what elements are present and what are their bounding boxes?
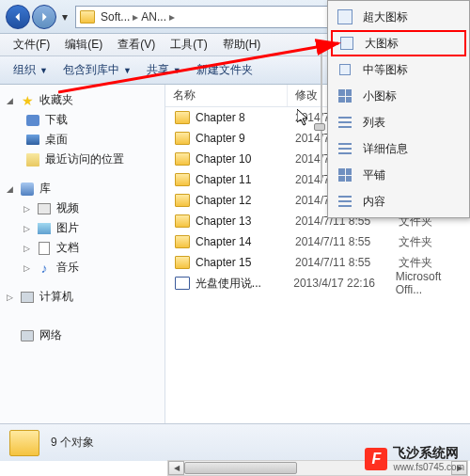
library-icon [21, 182, 34, 196]
document-icon [39, 242, 50, 255]
music-icon: ♪ [37, 261, 52, 276]
file-name: Chapter 9 [196, 132, 295, 145]
collapse-icon[interactable]: ◢ [4, 95, 15, 106]
watermark-logo: F [365, 448, 387, 470]
column-name[interactable]: 名称 [165, 85, 288, 106]
expand-icon[interactable] [4, 330, 15, 341]
view-content[interactable]: 内容 [331, 188, 466, 214]
sidebar-item-recent[interactable]: 最近访问的位置 [0, 150, 164, 169]
file-name: 光盘使用说... [196, 276, 293, 292]
menu-file[interactable]: 文件(F) [6, 35, 57, 55]
file-date: 2014/7/11 8:55 [295, 256, 399, 269]
file-name: Chapter 12 [196, 194, 295, 207]
folder-icon [175, 214, 190, 228]
folder-icon [175, 111, 190, 124]
expand-icon[interactable]: ▷ [21, 203, 32, 214]
forward-button[interactable] [32, 5, 56, 29]
sidebar-item-videos[interactable]: ▷ 视频 [0, 198, 164, 218]
sidebar-item-downloads[interactable]: 下载 [0, 110, 164, 130]
word-icon [175, 277, 190, 290]
slider-thumb[interactable] [314, 123, 325, 131]
address-segment[interactable]: Soft... [99, 10, 132, 24]
list-icon [338, 117, 352, 128]
file-name: Chapter 8 [196, 111, 295, 124]
menu-view[interactable]: 查看(V) [110, 35, 163, 55]
network-icon [21, 330, 34, 341]
tiles-icon [338, 168, 352, 182]
watermark-title: 飞沙系统网 [393, 445, 464, 462]
sidebar-item-pictures[interactable]: ▷ 图片 [0, 218, 164, 238]
folder-icon [175, 173, 190, 186]
watermark-url: www.fs0745.com [393, 462, 464, 472]
view-size-slider[interactable] [317, 48, 326, 180]
scroll-thumb[interactable] [184, 462, 297, 474]
view-small[interactable]: 小图标 [331, 83, 466, 109]
sidebar-network[interactable]: 网络 [0, 325, 164, 345]
video-icon [38, 203, 51, 214]
organize-button[interactable]: 组织▼ [6, 59, 55, 81]
file-name: Chapter 15 [196, 256, 295, 269]
share-button[interactable]: 共享▼ [139, 59, 189, 81]
desktop-icon [26, 135, 39, 145]
small-icon [338, 89, 352, 103]
folder-icon [80, 10, 95, 24]
include-button[interactable]: 包含到库中▼ [55, 59, 139, 81]
expand-icon[interactable]: ▷ [4, 292, 15, 303]
star-icon: ★ [20, 93, 35, 108]
collapse-icon[interactable]: ◢ [4, 183, 15, 195]
download-icon [26, 115, 39, 126]
sidebar-item-documents[interactable]: ▷ 文档 [0, 238, 164, 258]
view-list[interactable]: 列表 [331, 109, 466, 135]
file-date: 2014/7/11 8:55 [295, 235, 399, 248]
details-icon [338, 143, 352, 154]
expand-icon[interactable]: ▷ [21, 243, 32, 254]
folder-icon [9, 430, 39, 456]
file-date: 2013/4/17 22:16 [293, 277, 395, 290]
large-icon [340, 37, 353, 50]
sidebar-item-desktop[interactable]: 桌面 [0, 130, 164, 150]
view-extralarge[interactable]: 超大图标 [331, 4, 466, 30]
picture-icon [38, 223, 51, 234]
computer-icon [21, 292, 34, 303]
file-type: 文件夹 [399, 234, 432, 250]
scroll-left-button[interactable]: ◀ [168, 461, 184, 475]
folder-icon [175, 256, 190, 269]
expand-icon[interactable]: ▷ [21, 223, 32, 234]
folder-icon [175, 235, 190, 248]
extralarge-icon [337, 9, 352, 24]
sidebar-item-music[interactable]: ▷ ♪ 音乐 [0, 258, 164, 278]
back-button[interactable] [6, 5, 30, 29]
chevron-right-icon[interactable]: ▸ [132, 10, 139, 24]
file-name: Chapter 11 [196, 173, 295, 186]
folder-icon [175, 194, 190, 207]
medium-icon [339, 64, 351, 75]
view-menu-popup: 超大图标 大图标 中等图标 小图标 列表 详细信息 平铺 内容 [327, 0, 470, 218]
newfolder-button[interactable]: 新建文件夹 [189, 59, 260, 81]
view-details[interactable]: 详细信息 [331, 135, 466, 162]
view-medium[interactable]: 中等图标 [331, 56, 466, 83]
recent-icon [26, 153, 39, 167]
menu-help[interactable]: 帮助(H) [215, 35, 269, 55]
file-name: Chapter 10 [196, 152, 295, 166]
sidebar-favorites[interactable]: ◢ ★ 收藏夹 [0, 90, 164, 110]
chevron-right-icon[interactable]: ▸ [168, 10, 176, 24]
view-tiles[interactable]: 平铺 [331, 162, 466, 188]
view-large[interactable]: 大图标 [331, 30, 466, 56]
file-row[interactable]: 光盘使用说...2013/4/17 22:16Microsoft Offi... [165, 273, 470, 294]
folder-icon [175, 152, 190, 166]
watermark: F 飞沙系统网 www.fs0745.com [365, 445, 464, 472]
nav-history-dropdown[interactable]: ▾ [58, 5, 71, 29]
file-row[interactable]: Chapter 142014/7/11 8:55文件夹 [165, 231, 470, 252]
file-name: Chapter 14 [196, 235, 295, 248]
file-name: Chapter 13 [196, 214, 295, 228]
file-type: Microsoft Offi... [396, 270, 470, 296]
sidebar: ◢ ★ 收藏夹 下载 桌面 最近访问的位置 [0, 85, 165, 423]
address-segment[interactable]: AN... [139, 10, 168, 24]
folder-icon [175, 132, 190, 145]
menu-tools[interactable]: 工具(T) [163, 35, 214, 55]
file-type: 文件夹 [399, 255, 432, 271]
menu-edit[interactable]: 编辑(E) [57, 35, 110, 55]
sidebar-libraries[interactable]: ◢ 库 [0, 179, 164, 198]
sidebar-computer[interactable]: ▷ 计算机 [0, 287, 164, 307]
expand-icon[interactable]: ▷ [21, 262, 32, 274]
